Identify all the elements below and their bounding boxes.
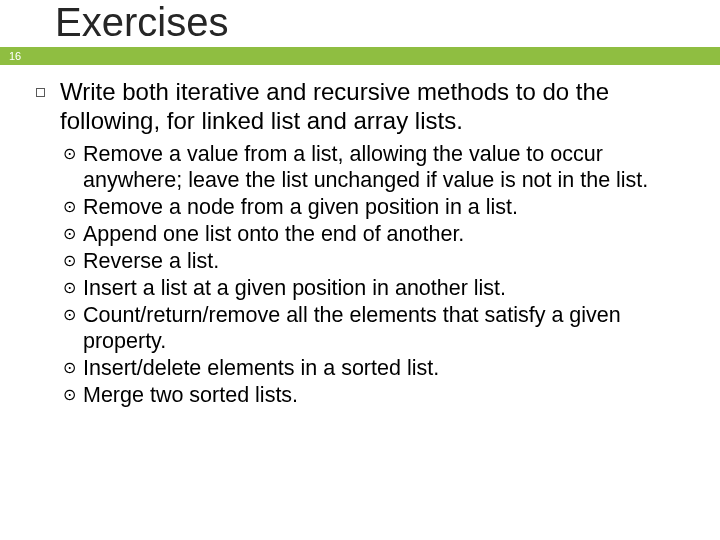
- circle-dot-icon: ⊙: [63, 355, 83, 381]
- list-item: ⊙ Count/return/remove all the elements t…: [63, 302, 700, 354]
- list-item: ⊙ Insert/delete elements in a sorted lis…: [63, 355, 700, 381]
- circle-dot-icon: ⊙: [63, 302, 83, 354]
- list-item-text: Insert/delete elements in a sorted list.: [83, 355, 439, 381]
- intro-item: Write both iterative and recursive metho…: [36, 77, 700, 135]
- list-item: ⊙ Append one list onto the end of anothe…: [63, 221, 700, 247]
- square-bullet-icon: [36, 77, 60, 135]
- header-band: [0, 47, 720, 65]
- circle-dot-icon: ⊙: [63, 275, 83, 301]
- circle-dot-icon: ⊙: [63, 221, 83, 247]
- list-item-text: Append one list onto the end of another.: [83, 221, 464, 247]
- circle-dot-icon: ⊙: [63, 248, 83, 274]
- list-item-text: Count/return/remove all the elements tha…: [83, 302, 700, 354]
- circle-dot-icon: ⊙: [63, 194, 83, 220]
- exercise-list: ⊙ Remove a value from a list, allowing t…: [63, 141, 700, 408]
- list-item: ⊙ Reverse a list.: [63, 248, 700, 274]
- list-item-text: Reverse a list.: [83, 248, 219, 274]
- circle-dot-icon: ⊙: [63, 141, 83, 193]
- list-item: ⊙ Insert a list at a given position in a…: [63, 275, 700, 301]
- list-item-text: Insert a list at a given position in ano…: [83, 275, 506, 301]
- slide-title: Exercises: [55, 0, 228, 45]
- list-item-text: Remove a node from a given position in a…: [83, 194, 518, 220]
- slide-body: Write both iterative and recursive metho…: [36, 77, 700, 409]
- slide: 16 Exercises Write both iterative and re…: [0, 0, 720, 540]
- list-item-text: Merge two sorted lists.: [83, 382, 298, 408]
- intro-text: Write both iterative and recursive metho…: [60, 77, 700, 135]
- list-item: ⊙ Remove a node from a given position in…: [63, 194, 700, 220]
- list-item: ⊙ Merge two sorted lists.: [63, 382, 700, 408]
- list-item: ⊙ Remove a value from a list, allowing t…: [63, 141, 700, 193]
- list-item-text: Remove a value from a list, allowing the…: [83, 141, 700, 193]
- page-number-badge: 16: [0, 49, 30, 64]
- circle-dot-icon: ⊙: [63, 382, 83, 408]
